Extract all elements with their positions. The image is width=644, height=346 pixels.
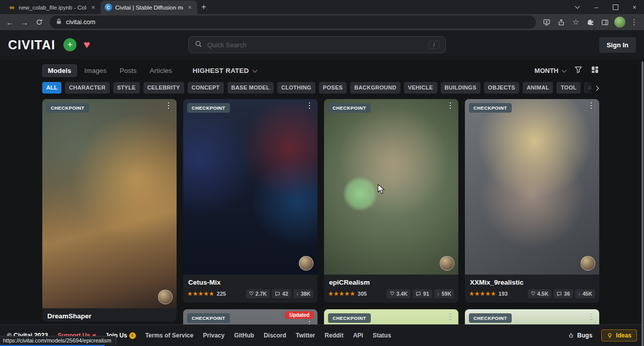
category-chip-celebrity[interactable]: CELEBRITY [143, 82, 184, 94]
category-chip-base-model[interactable]: BASE MODEL [227, 82, 274, 94]
search-icon [195, 40, 202, 50]
footer-link-twitter[interactable]: Twitter [296, 332, 315, 339]
comments-badge[interactable]: 42 [272, 289, 291, 298]
civitai-logo[interactable]: CIVITAI [8, 38, 55, 52]
card-menu-icon[interactable]: ⋮ [305, 102, 313, 110]
ideas-button[interactable]: Ideas [601, 329, 637, 341]
model-card-epicrealism[interactable]: CHECKPOINT ⋮ epiCRealism ★★★★★ 305 ♡3.4K [324, 99, 458, 303]
footer-link-privacy[interactable]: Privacy [203, 332, 224, 339]
address-bar[interactable]: civitai.com [50, 16, 536, 29]
star-icon: ★ [203, 291, 209, 297]
forward-icon[interactable]: → [18, 16, 31, 29]
footer-link-api[interactable]: API [353, 332, 363, 339]
extensions-puzzle-icon[interactable] [584, 16, 597, 29]
category-chip-all[interactable]: ALL [42, 82, 61, 94]
category-chip-vehicle[interactable]: VEHICLE [404, 82, 437, 94]
lock-icon[interactable] [56, 18, 62, 27]
category-chip-animal[interactable]: ANIMAL [523, 82, 553, 94]
tab-articles[interactable]: Articles [144, 64, 178, 77]
comments-count: 36 [564, 291, 570, 297]
bookmark-star-icon[interactable]: ☆ [569, 16, 583, 29]
install-app-icon[interactable] [540, 16, 553, 29]
card-menu-icon[interactable]: ⋮ [446, 102, 454, 110]
close-window-button[interactable]: × [625, 0, 644, 14]
side-panel-icon[interactable] [598, 16, 612, 29]
bugs-button[interactable]: Bugs [564, 330, 596, 341]
card-menu-icon[interactable]: ⋮ [165, 102, 173, 110]
model-name: DreamShaper [42, 308, 177, 321]
category-chip-buildings[interactable]: BUILDINGS [441, 82, 480, 94]
model-card-cetus-mix[interactable]: CHECKPOINT ⋮ Cetus-Mix ★★★★★ 225 ♡2.7K [183, 99, 317, 303]
creator-avatar[interactable] [299, 256, 313, 271]
star-icon: ★ [193, 291, 198, 297]
category-chip-objects[interactable]: OBJECTS [484, 82, 519, 94]
card-menu-icon[interactable]: ⋮ [446, 312, 454, 320]
downloads-badge[interactable]: ↓59K [434, 289, 454, 298]
category-chip-style[interactable]: STYLE [113, 82, 140, 94]
comments-badge[interactable]: 36 [553, 289, 573, 298]
model-card-dreamshaper[interactable]: CHECKPOINT ⋮ DreamShaper [42, 99, 177, 321]
likes-badge[interactable]: ♡2.7K [246, 289, 270, 298]
likes-badge[interactable]: ♡4.5K [528, 289, 551, 298]
card-menu-icon[interactable]: ⋮ [587, 312, 595, 320]
model-card-xxmix[interactable]: CHECKPOINT ⋮ XXMix_9realistic ★★★★★ 193 [465, 99, 599, 303]
tab-models[interactable]: Models [42, 64, 77, 77]
footer-link-status[interactable]: Status [373, 332, 391, 339]
browser-tab-civitai[interactable]: C Civitai | Stable Diffusion models × [101, 1, 197, 14]
card-menu-icon[interactable]: ⋮ [587, 102, 595, 110]
downloads-badge[interactable]: ↓38K [293, 289, 313, 298]
download-icon: ↓ [437, 291, 440, 296]
ideas-label: Ideas [616, 332, 631, 339]
browser-tab-colab[interactable]: ∞ new_colab_file.ipynb - Colaborat × [4, 1, 101, 14]
categories-scroll-right-button[interactable] [581, 82, 599, 94]
browser-profile-avatar[interactable] [613, 16, 626, 29]
category-chip-poses[interactable]: POSES [319, 82, 347, 94]
back-icon[interactable]: ← [3, 16, 17, 29]
footer-link-terms[interactable]: Terms of Service [145, 332, 194, 339]
download-icon: ↓ [296, 291, 299, 296]
category-chip-tool[interactable]: TOOL [556, 82, 581, 94]
footer-link-github[interactable]: GitHub [234, 332, 254, 339]
maximize-button[interactable] [606, 0, 625, 14]
create-plus-button[interactable]: + [63, 38, 76, 51]
tab-search-icon[interactable] [568, 0, 587, 14]
tab-close-icon[interactable]: × [90, 4, 97, 11]
category-chip-clothing[interactable]: CLOTHING [277, 82, 315, 94]
share-icon[interactable] [554, 16, 568, 29]
footer-right-buttons: Bugs Ideas [564, 329, 637, 341]
reload-icon[interactable] [32, 16, 46, 29]
period-select[interactable]: MONTH [534, 67, 566, 74]
civitai-favicon-icon: C [105, 4, 112, 11]
footer-link-reddit[interactable]: Reddit [325, 332, 343, 339]
tab-posts[interactable]: Posts [114, 64, 142, 77]
sign-in-button[interactable]: Sign In [599, 37, 636, 53]
comments-badge[interactable]: 91 [413, 289, 432, 298]
creator-avatar[interactable] [158, 290, 173, 304]
scrollbar-thumb[interactable] [641, 61, 643, 346]
browser-menu-icon[interactable]: ⋮ [627, 16, 641, 29]
downloads-count: 45K [583, 291, 592, 297]
category-chip-concept[interactable]: CONCEPT [188, 82, 224, 94]
creator-avatar[interactable] [581, 256, 595, 271]
new-tab-button[interactable]: + [197, 1, 210, 14]
star-icon: ★ [198, 291, 204, 297]
creator-avatar[interactable] [440, 256, 454, 271]
footer-link-discord[interactable]: Discord [264, 332, 286, 339]
model-type-badge: CHECKPOINT [187, 313, 230, 323]
downloads-badge[interactable]: ↓45K [575, 289, 595, 298]
filter-funnel-icon[interactable] [574, 65, 583, 76]
stat-badges: ♡4.5K 36 ↓45K [528, 289, 595, 298]
heart-icon: ♡ [390, 291, 394, 296]
minimize-button[interactable]: – [587, 0, 606, 14]
tab-images[interactable]: Images [79, 64, 112, 77]
tab-close-icon[interactable]: × [186, 4, 193, 11]
favorites-heart-icon[interactable]: ♥ [84, 39, 90, 50]
heart-icon: ♡ [249, 291, 254, 296]
layout-toggle-icon[interactable] [591, 65, 599, 76]
category-chip-character[interactable]: CHARACTER [65, 82, 109, 94]
footer-link-label: Privacy [203, 332, 224, 339]
sort-select[interactable]: HIGHEST RATED [193, 67, 257, 74]
category-chip-background[interactable]: BACKGROUND [350, 82, 400, 94]
search-input[interactable]: Quick Search / [188, 36, 446, 53]
likes-badge[interactable]: ♡3.4K [387, 289, 411, 298]
